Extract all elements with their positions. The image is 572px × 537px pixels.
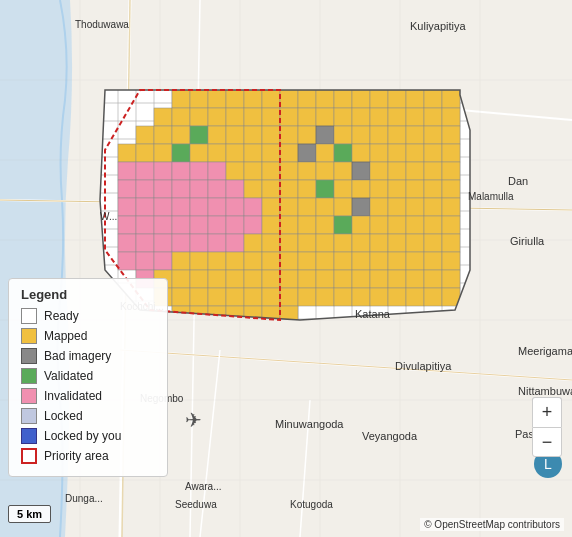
svg-rect-115 bbox=[208, 144, 226, 162]
zoom-in-button[interactable]: + bbox=[532, 397, 562, 427]
svg-rect-99 bbox=[262, 126, 280, 144]
svg-rect-148 bbox=[118, 180, 136, 198]
svg-rect-246 bbox=[190, 270, 208, 288]
legend-swatch-locked-by-you bbox=[21, 428, 37, 444]
svg-rect-78 bbox=[208, 108, 226, 126]
svg-rect-227 bbox=[172, 252, 190, 270]
svg-rect-179 bbox=[334, 198, 352, 216]
svg-rect-116 bbox=[226, 144, 244, 162]
svg-rect-135 bbox=[226, 162, 244, 180]
zoom-out-button[interactable]: − bbox=[532, 427, 562, 457]
svg-rect-137 bbox=[262, 162, 280, 180]
svg-rect-276 bbox=[424, 288, 442, 306]
svg-rect-191 bbox=[208, 216, 226, 234]
legend-swatch-ready bbox=[21, 308, 37, 324]
svg-rect-142 bbox=[352, 162, 370, 180]
svg-rect-143 bbox=[370, 162, 388, 180]
svg-rect-188 bbox=[154, 216, 172, 234]
legend-label-ready: Ready bbox=[44, 309, 79, 323]
legend-swatch-bad-imagery bbox=[21, 348, 37, 364]
svg-text:Awara...: Awara... bbox=[185, 481, 222, 492]
map-container: Kuliyapitiya Dan Giriulla Meerigama Nitt… bbox=[0, 0, 572, 537]
svg-text:Dan: Dan bbox=[508, 175, 528, 187]
svg-rect-245 bbox=[172, 270, 190, 288]
svg-rect-165 bbox=[424, 180, 442, 198]
svg-rect-213 bbox=[262, 234, 280, 252]
svg-rect-232 bbox=[262, 252, 280, 270]
svg-text:Seeduwa: Seeduwa bbox=[175, 499, 217, 510]
svg-rect-219 bbox=[370, 234, 388, 252]
svg-rect-192 bbox=[226, 216, 244, 234]
svg-rect-236 bbox=[334, 252, 352, 270]
svg-rect-120 bbox=[298, 144, 316, 162]
legend-item-locked: Locked bbox=[21, 408, 155, 424]
svg-rect-259 bbox=[424, 270, 442, 288]
svg-rect-238 bbox=[370, 252, 388, 270]
legend-item-validated: Validated bbox=[21, 368, 155, 384]
svg-rect-250 bbox=[262, 270, 280, 288]
svg-text:Nittambuwa: Nittambuwa bbox=[518, 385, 572, 397]
svg-rect-215 bbox=[298, 234, 316, 252]
svg-rect-69 bbox=[352, 90, 370, 108]
svg-rect-237 bbox=[352, 252, 370, 270]
svg-rect-87 bbox=[370, 108, 388, 126]
svg-rect-166 bbox=[442, 180, 460, 198]
svg-rect-223 bbox=[442, 234, 460, 252]
svg-rect-216 bbox=[316, 234, 334, 252]
svg-rect-183 bbox=[406, 198, 424, 216]
legend-swatch-invalidated bbox=[21, 388, 37, 404]
legend-swatch-mapped bbox=[21, 328, 37, 344]
svg-rect-207 bbox=[154, 234, 172, 252]
svg-rect-267 bbox=[262, 288, 280, 306]
svg-rect-71 bbox=[388, 90, 406, 108]
svg-rect-90 bbox=[424, 108, 442, 126]
svg-rect-169 bbox=[154, 198, 172, 216]
svg-rect-67 bbox=[316, 90, 334, 108]
svg-rect-62 bbox=[226, 90, 244, 108]
svg-rect-229 bbox=[208, 252, 226, 270]
svg-text:W...: W... bbox=[100, 211, 117, 222]
svg-rect-189 bbox=[172, 216, 190, 234]
svg-rect-81 bbox=[262, 108, 280, 126]
svg-rect-163 bbox=[388, 180, 406, 198]
attribution: © OpenStreetMap contributors bbox=[420, 518, 564, 531]
svg-rect-266 bbox=[244, 288, 262, 306]
svg-rect-210 bbox=[208, 234, 226, 252]
svg-rect-106 bbox=[388, 126, 406, 144]
svg-rect-85 bbox=[334, 108, 352, 126]
svg-rect-271 bbox=[334, 288, 352, 306]
svg-rect-217 bbox=[334, 234, 352, 252]
svg-text:Divulapitiya: Divulapitiya bbox=[395, 360, 452, 372]
svg-rect-111 bbox=[136, 144, 154, 162]
svg-text:Katana: Katana bbox=[355, 308, 391, 320]
svg-rect-204 bbox=[442, 216, 460, 234]
svg-rect-254 bbox=[334, 270, 352, 288]
svg-rect-92 bbox=[136, 126, 154, 144]
legend-title: Legend bbox=[21, 287, 155, 302]
svg-rect-214 bbox=[280, 234, 298, 252]
svg-rect-235 bbox=[316, 252, 334, 270]
svg-rect-220 bbox=[388, 234, 406, 252]
svg-rect-84 bbox=[316, 108, 334, 126]
svg-rect-184 bbox=[424, 198, 442, 216]
svg-rect-105 bbox=[370, 126, 388, 144]
svg-rect-190 bbox=[190, 216, 208, 234]
svg-rect-126 bbox=[406, 144, 424, 162]
svg-rect-206 bbox=[136, 234, 154, 252]
svg-rect-136 bbox=[244, 162, 262, 180]
svg-rect-100 bbox=[280, 126, 298, 144]
svg-rect-272 bbox=[352, 288, 370, 306]
svg-rect-201 bbox=[388, 216, 406, 234]
svg-rect-208 bbox=[172, 234, 190, 252]
svg-rect-102 bbox=[316, 126, 334, 144]
svg-rect-113 bbox=[172, 144, 190, 162]
svg-rect-159 bbox=[316, 180, 334, 198]
svg-rect-96 bbox=[208, 126, 226, 144]
svg-rect-83 bbox=[298, 108, 316, 126]
attribution-text: © OpenStreetMap contributors bbox=[424, 519, 560, 530]
svg-rect-170 bbox=[172, 198, 190, 216]
svg-rect-185 bbox=[442, 198, 460, 216]
legend-item-ready: Ready bbox=[21, 308, 155, 324]
svg-rect-228 bbox=[190, 252, 208, 270]
svg-rect-274 bbox=[388, 288, 406, 306]
